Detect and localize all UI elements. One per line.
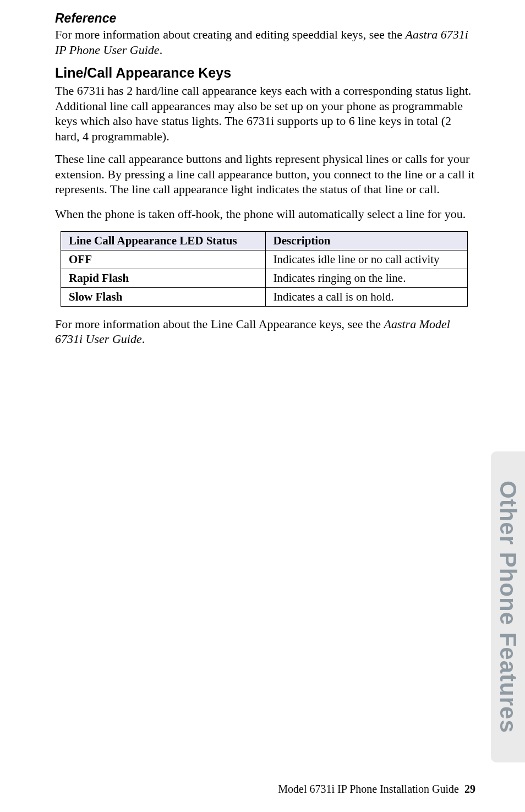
table-row: Slow Flash Indicates a call is on hold.: [61, 287, 468, 306]
table-head-right: Description: [265, 231, 467, 250]
after-table-text: For more information about the Line Call…: [55, 317, 475, 347]
after-table-pre: For more information about the Line Call…: [55, 317, 384, 331]
section-p2: These line call appearance buttons and l…: [55, 151, 475, 197]
reference-text-post: .: [160, 43, 163, 57]
footer-page-number: 29: [464, 783, 475, 795]
reference-text: For more information about creating and …: [55, 27, 475, 57]
footer: Model 6731i IP Phone Installation Guide …: [278, 783, 475, 795]
section-p1: The 6731i has 2 hard/line call appearanc…: [55, 83, 475, 144]
table-cell-desc: Indicates a call is on hold.: [265, 287, 467, 306]
table-cell-label: OFF: [61, 250, 266, 269]
section-p3: When the phone is taken off-hook, the ph…: [55, 205, 475, 224]
table-cell-desc: Indicates idle line or no call activity: [265, 250, 467, 269]
table-row: OFF Indicates idle line or no call activ…: [61, 250, 468, 269]
reference-text-pre: For more information about creating and …: [55, 28, 406, 41]
side-tab-text: Other Phone Features: [495, 481, 521, 733]
led-status-table: Line Call Appearance LED Status Descript…: [61, 231, 468, 307]
table-head-left: Line Call Appearance LED Status: [61, 231, 266, 250]
after-table-post: .: [142, 332, 145, 346]
table-header-row: Line Call Appearance LED Status Descript…: [61, 231, 468, 250]
section-heading: Line/Call Appearance Keys: [55, 65, 475, 81]
side-tab: Other Phone Features: [491, 451, 525, 762]
reference-heading: Reference: [55, 11, 475, 26]
table-cell-desc: Indicates ringing on the line.: [265, 269, 467, 287]
table-cell-label: Slow Flash: [61, 287, 266, 306]
table-cell-label: Rapid Flash: [61, 269, 266, 287]
table-row: Rapid Flash Indicates ringing on the lin…: [61, 269, 468, 287]
footer-text: Model 6731i IP Phone Installation Guide: [278, 783, 459, 795]
